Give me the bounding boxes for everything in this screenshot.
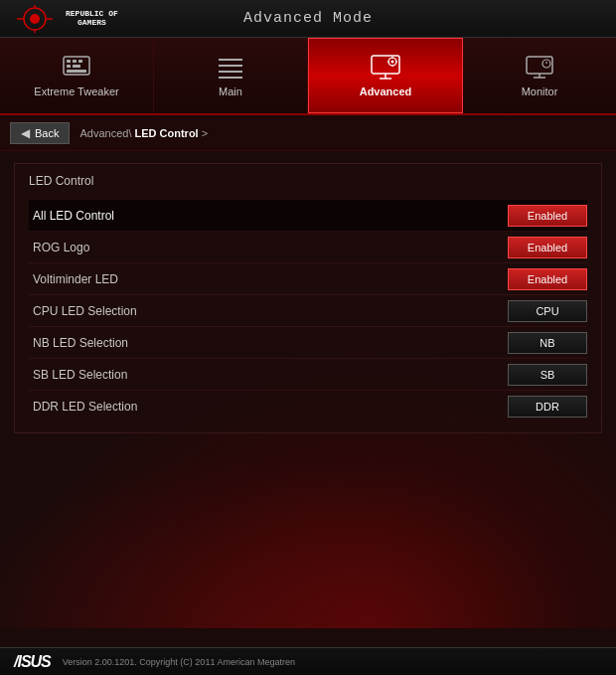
label-sb-led-selection: SB LED Selection: [29, 362, 508, 388]
svg-rect-10: [67, 65, 71, 68]
tab-monitor-label: Monitor: [522, 85, 558, 97]
svg-rect-12: [67, 70, 86, 73]
label-voltiminder-led: Voltiminder LED: [29, 266, 508, 292]
label-cpu-led-selection: CPU LED Selection: [29, 298, 508, 324]
tab-main[interactable]: Main: [154, 38, 308, 113]
row-nb-led-selection[interactable]: NB LED Selection NB: [29, 327, 587, 359]
row-cpu-led-selection[interactable]: CPU LED Selection CPU: [29, 295, 587, 327]
btn-all-led-control[interactable]: Enabled: [508, 205, 587, 227]
label-all-led-control: All LED Control: [29, 203, 508, 229]
monitor-svg-icon: [525, 55, 554, 81]
tab-advanced-label: Advanced: [360, 85, 412, 97]
value-sb-led-selection: SB: [508, 364, 587, 386]
rog-logo-box: [10, 5, 60, 33]
monitor-gear-icon: [370, 54, 401, 82]
rog-icon: [17, 5, 53, 33]
breadcrumb-sep: >: [202, 127, 208, 139]
main-icon: [215, 54, 246, 82]
value-ddr-led-selection: DDR: [508, 396, 587, 418]
panel-title: LED Control: [29, 174, 587, 188]
monitor-icon: [524, 54, 555, 82]
row-all-led-control[interactable]: All LED Control Enabled: [29, 200, 587, 232]
row-voltiminder-led[interactable]: Voltiminder LED Enabled: [29, 263, 587, 295]
asus-logo: /ISUS: [14, 653, 51, 671]
value-all-led-control: Enabled: [508, 205, 587, 227]
advanced-icon: [370, 54, 401, 82]
tab-advanced[interactable]: Advanced: [308, 38, 463, 113]
value-voltiminder-led: Enabled: [508, 268, 587, 290]
svg-point-21: [391, 61, 394, 64]
svg-rect-9: [78, 60, 82, 63]
label-nb-led-selection: NB LED Selection: [29, 330, 508, 356]
rog-text-line2: GAMERS: [66, 19, 118, 28]
breadcrumb-current: LED Control: [135, 127, 199, 139]
tab-extreme-tweaker[interactable]: Extreme Tweaker: [0, 38, 154, 113]
header-title: Advanced Mode: [243, 10, 373, 27]
footer: /ISUS Version 2.00.1201. Copyright (C) 2…: [0, 647, 616, 675]
list-icon: [217, 56, 244, 80]
breadcrumb-parent: Advanced\: [79, 127, 131, 139]
back-label: Back: [35, 127, 59, 139]
label-ddr-led-selection: DDR LED Selection: [29, 394, 508, 420]
svg-rect-8: [73, 60, 77, 63]
row-rog-logo[interactable]: ROG Logo Enabled: [29, 232, 587, 263]
header: REPUBLIC OF GAMERS Advanced Mode: [0, 0, 616, 38]
tab-extreme-tweaker-label: Extreme Tweaker: [34, 85, 118, 97]
rog-logo: REPUBLIC OF GAMERS: [10, 5, 118, 33]
btn-cpu-led-selection[interactable]: CPU: [508, 300, 587, 322]
btn-voltiminder-led[interactable]: Enabled: [508, 268, 587, 290]
btn-ddr-led-selection[interactable]: DDR: [508, 396, 587, 418]
svg-rect-26: [527, 57, 552, 74]
nav-tabs: Extreme Tweaker Main: [0, 38, 616, 115]
btn-rog-logo[interactable]: Enabled: [508, 237, 587, 258]
svg-rect-7: [67, 60, 71, 63]
svg-point-1: [30, 14, 40, 24]
label-rog-logo: ROG Logo: [29, 235, 508, 260]
keyboard-icon: [62, 55, 91, 81]
row-sb-led-selection[interactable]: SB LED Selection SB: [29, 359, 587, 391]
tab-main-label: Main: [219, 85, 242, 97]
toolbar: ◀ Back Advanced\ LED Control >: [0, 115, 616, 151]
tab-monitor[interactable]: Monitor: [463, 38, 616, 113]
row-ddr-led-selection[interactable]: DDR LED Selection DDR: [29, 391, 587, 422]
rog-text-block: REPUBLIC OF GAMERS: [66, 10, 118, 28]
footer-copyright: Version 2.00.1201. Copyright (C) 2011 Am…: [63, 657, 295, 667]
btn-nb-led-selection[interactable]: NB: [508, 332, 587, 354]
value-rog-logo: Enabled: [508, 237, 587, 258]
back-arrow-icon: ◀: [21, 126, 30, 140]
extreme-tweaker-icon: [61, 54, 92, 82]
back-button[interactable]: ◀ Back: [10, 122, 70, 144]
svg-rect-11: [73, 65, 80, 68]
main-content: LED Control All LED Control Enabled ROG …: [0, 151, 616, 628]
breadcrumb: Advanced\ LED Control >: [79, 127, 208, 139]
bg-effect2: [0, 429, 616, 628]
value-nb-led-selection: NB: [508, 332, 587, 354]
btn-sb-led-selection[interactable]: SB: [508, 364, 587, 386]
content-panel: LED Control All LED Control Enabled ROG …: [14, 163, 602, 433]
value-cpu-led-selection: CPU: [508, 300, 587, 322]
